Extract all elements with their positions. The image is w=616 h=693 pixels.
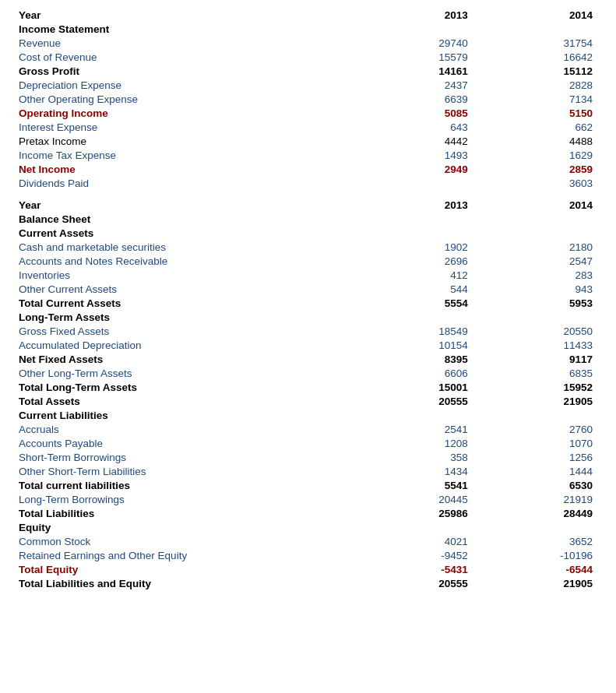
year-header-row-2: Year 2013 2014: [16, 198, 600, 212]
row-label: Depreciation Expense: [16, 78, 367, 92]
row-value-2014: 1070: [484, 436, 600, 450]
table-row: Total Assets2055521905: [16, 394, 600, 408]
table-row: Net Fixed Assets83959117: [16, 352, 600, 366]
table-row: Retained Earnings and Other Equity-9452-…: [16, 548, 600, 562]
row-value-2014: 4488: [484, 134, 600, 148]
equity-header: Equity: [16, 520, 600, 534]
row-label: Net Income: [16, 162, 367, 176]
row-value-2014: 943: [484, 282, 600, 296]
row-value-2013: 544: [367, 282, 484, 296]
row-label: Total Liabilities: [16, 506, 367, 520]
row-value-2014: 21905: [484, 394, 600, 408]
table-row: Long-Term Borrowings2044521919: [16, 492, 600, 506]
row-value-2013: 1902: [367, 240, 484, 254]
table-row: Total Equity-5431-6544: [16, 562, 600, 576]
row-value-2014: 2547: [484, 254, 600, 268]
table-row: Short-Term Borrowings3581256: [16, 450, 600, 464]
row-value-2014: 6530: [484, 478, 600, 492]
row-value-2013: 6639: [367, 92, 484, 106]
row-value-2013: 6606: [367, 366, 484, 380]
row-label: Net Fixed Assets: [16, 352, 367, 366]
table-row: Total current liabilities55416530: [16, 478, 600, 492]
row-label: Cost of Revenue: [16, 50, 367, 64]
row-label: Cash and marketable securities: [16, 240, 367, 254]
row-value-2014: 1444: [484, 464, 600, 478]
row-value-2014: -10196: [484, 548, 600, 562]
row-value-2013: 20555: [367, 576, 484, 590]
row-value-2014: 28449: [484, 506, 600, 520]
row-value-2014: 21919: [484, 492, 600, 506]
table-row: Operating Income50855150: [16, 106, 600, 120]
col-2013-header-2: 2013: [367, 198, 484, 212]
row-value-2013: 2949: [367, 162, 484, 176]
row-label: Total Equity: [16, 562, 367, 576]
table-row: Total Liabilities and Equity2055521905: [16, 576, 600, 590]
row-value-2013: -5431: [367, 562, 484, 576]
table-row: Dividends Paid3603: [16, 176, 600, 190]
table-row: Other Long-Term Assets66066835: [16, 366, 600, 380]
table-row: Total Current Assets55545953: [16, 296, 600, 310]
row-value-2014: 283: [484, 268, 600, 282]
long-term-assets-label: Long-Term Assets: [16, 310, 367, 324]
row-value-2013: 2437: [367, 78, 484, 92]
table-row: Accruals25412760: [16, 422, 600, 436]
row-value-2013: 4442: [367, 134, 484, 148]
table-row: Accumulated Depreciation1015411433: [16, 338, 600, 352]
row-value-2014: 21905: [484, 576, 600, 590]
row-label: Other Operating Expense: [16, 92, 367, 106]
current-liabilities-label: Current Liabilities: [16, 408, 367, 422]
income-statement-label: Income Statement: [16, 22, 367, 36]
long-term-assets-header: Long-Term Assets: [16, 310, 600, 324]
row-label: Operating Income: [16, 106, 367, 120]
col-2014-header-2: 2014: [484, 198, 600, 212]
col-2013-header: 2013: [367, 8, 484, 22]
row-label: Retained Earnings and Other Equity: [16, 548, 367, 562]
income-statement-header: Income Statement: [16, 22, 600, 36]
row-value-2013: 15001: [367, 380, 484, 394]
row-value-2013: 18549: [367, 324, 484, 338]
table-row: Cash and marketable securities19022180: [16, 240, 600, 254]
table-row: Other Operating Expense66397134: [16, 92, 600, 106]
row-label: Common Stock: [16, 534, 367, 548]
row-value-2014: 16642: [484, 50, 600, 64]
row-label: Short-Term Borrowings: [16, 450, 367, 464]
current-liabilities-header: Current Liabilities: [16, 408, 600, 422]
row-value-2014: 1629: [484, 148, 600, 162]
row-label: Inventories: [16, 268, 367, 282]
row-value-2013: 643: [367, 120, 484, 134]
table-row: Accounts and Notes Receivable26962547: [16, 254, 600, 268]
row-value-2013: 5085: [367, 106, 484, 120]
row-label: Accounts Payable: [16, 436, 367, 450]
row-value-2013: [367, 176, 484, 190]
row-value-2014: 5953: [484, 296, 600, 310]
row-label: Dividends Paid: [16, 176, 367, 190]
row-label: Accounts and Notes Receivable: [16, 254, 367, 268]
financial-statements: Year 2013 2014 Income Statement Revenue2…: [16, 8, 600, 590]
row-label: Total Long-Term Assets: [16, 380, 367, 394]
row-label: Revenue: [16, 36, 367, 50]
year-label: Year: [16, 8, 367, 22]
row-value-2013: 5541: [367, 478, 484, 492]
row-label: Other Current Assets: [16, 282, 367, 296]
row-value-2013: 10154: [367, 338, 484, 352]
row-value-2013: 2696: [367, 254, 484, 268]
row-value-2014: 2859: [484, 162, 600, 176]
row-value-2013: 4021: [367, 534, 484, 548]
row-label: Pretax Income: [16, 134, 367, 148]
row-label: Total current liabilities: [16, 478, 367, 492]
row-label: Gross Fixed Assets: [16, 324, 367, 338]
equity-label: Equity: [16, 520, 367, 534]
year-label-2: Year: [16, 198, 367, 212]
table-row: Revenue2974031754: [16, 36, 600, 50]
table-row: Cost of Revenue1557916642: [16, 50, 600, 64]
row-value-2014: 11433: [484, 338, 600, 352]
table-row: Gross Fixed Assets1854920550: [16, 324, 600, 338]
row-value-2013: 20445: [367, 492, 484, 506]
row-value-2014: 662: [484, 120, 600, 134]
row-value-2013: 14161: [367, 64, 484, 78]
table-row: Common Stock40213652: [16, 534, 600, 548]
table-row: Income Tax Expense14931629: [16, 148, 600, 162]
row-value-2013: 5554: [367, 296, 484, 310]
row-value-2013: 29740: [367, 36, 484, 50]
row-label: Interest Expense: [16, 120, 367, 134]
